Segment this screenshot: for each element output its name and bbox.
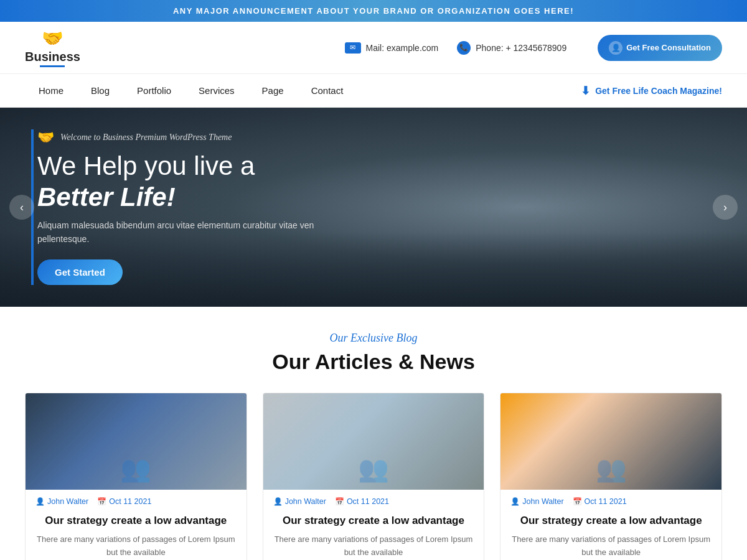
article-heading-2: Our strategy create a low advantage [263, 510, 484, 533]
date-icon-3: 📅 [573, 497, 582, 506]
article-heading-3: Our strategy create a low advantage [500, 510, 721, 533]
blog-title: Our Articles & News [25, 350, 722, 374]
magazine-label: Get Free Life Coach Magazine! [595, 86, 722, 96]
mail-contact: ✉ Mail: example.com [345, 42, 439, 54]
article-date-1: 📅 Oct 11 2021 [97, 497, 151, 506]
announcement-bar: ANY MAJOR ANNOUNCEMENT ABOUT YOUR BRAND … [0, 0, 747, 22]
date-icon-1: 📅 [97, 497, 106, 506]
hero-content: 🤝 Welcome to Business Premium WordPress … [0, 129, 374, 286]
navbar: Home Blog Portfolio Services Page Contac… [0, 74, 747, 108]
logo[interactable]: 🤝 Business [25, 28, 80, 67]
author-icon-3: 👤 [510, 497, 520, 506]
article-card: 👤 John Walter 📅 Oct 11 2021 Our strategy… [25, 393, 247, 560]
article-author-1: 👤 John Walter [35, 497, 88, 506]
author-icon-1: 👤 [35, 497, 45, 506]
hero-heading: We Help you live a Better Life! [37, 151, 336, 213]
author-name-3: John Walter [522, 497, 563, 506]
article-image-1 [26, 393, 247, 490]
hero-subtitle: Welcome to Business Premium WordPress Th… [60, 133, 232, 142]
blog-label: Our Exclusive Blog [25, 332, 722, 345]
hero-cta-button[interactable]: Get Started [37, 259, 123, 285]
hero-prev-button[interactable]: ‹ [9, 195, 34, 220]
consultation-button[interactable]: 👤 Get Free Consultation [598, 35, 722, 61]
hero-heading-text: We Help you live a [37, 151, 255, 180]
phone-icon: 📞 [457, 41, 471, 55]
article-image-3 [500, 393, 721, 490]
phone-label: Phone: + 12345678909 [476, 43, 566, 53]
article-text-2: There are many variations of passages of… [263, 533, 484, 560]
logo-underline [40, 65, 65, 67]
nav-item-portfolio[interactable]: Portfolio [123, 74, 185, 107]
hero-heading-bold: Better Life! [37, 182, 176, 212]
article-image-2 [263, 393, 484, 490]
articles-grid: 👤 John Walter 📅 Oct 11 2021 Our strategy… [25, 393, 722, 560]
hero-description: Aliquam malesuada bibendum arcu vitae el… [37, 218, 336, 246]
consultation-label: Get Free Consultation [626, 43, 711, 52]
date-text-1: Oct 11 2021 [109, 497, 151, 506]
nav-item-page[interactable]: Page [248, 74, 298, 107]
article-author-3: 👤 John Walter [510, 497, 563, 506]
hero-logo-icon: 🤝 [37, 129, 54, 146]
date-text-3: Oct 11 2021 [585, 497, 627, 506]
top-bar: 🤝 Business ✉ Mail: example.com 📞 Phone: … [0, 22, 747, 74]
hero-logo-row: 🤝 Welcome to Business Premium WordPress … [37, 129, 336, 146]
nav-menu: Home Blog Portfolio Services Page Contac… [25, 74, 357, 107]
article-card: 👤 John Walter 📅 Oct 11 2021 Our strategy… [263, 393, 485, 560]
article-text-3: There are many variations of passages of… [500, 533, 721, 560]
author-icon-2: 👤 [273, 497, 283, 506]
hero-section: ‹ 🤝 Welcome to Business Premium WordPres… [0, 108, 747, 307]
date-text-2: Oct 11 2021 [347, 497, 389, 506]
article-heading-1: Our strategy create a low advantage [26, 510, 247, 533]
blog-section: Our Exclusive Blog Our Articles & News 👤… [0, 307, 747, 560]
hero-next-button[interactable]: › [713, 195, 738, 220]
nav-item-home[interactable]: Home [25, 74, 77, 107]
article-meta-3: 👤 John Walter 📅 Oct 11 2021 [500, 490, 721, 510]
mail-icon: ✉ [345, 42, 361, 54]
download-icon: ⬇ [581, 84, 590, 98]
article-meta-1: 👤 John Walter 📅 Oct 11 2021 [26, 490, 247, 510]
article-date-2: 📅 Oct 11 2021 [335, 497, 389, 506]
logo-text: Business [25, 50, 80, 64]
mail-label: Mail: example.com [366, 43, 439, 53]
phone-contact: 📞 Phone: + 12345678909 [457, 41, 566, 55]
article-author-2: 👤 John Walter [273, 497, 326, 506]
author-name-2: John Walter [285, 497, 326, 506]
announcement-text: ANY MAJOR ANNOUNCEMENT ABOUT YOUR BRAND … [173, 6, 574, 16]
article-text-1: There are many variations of passages of… [26, 533, 247, 560]
article-date-3: 📅 Oct 11 2021 [573, 497, 627, 506]
nav-item-services[interactable]: Services [185, 74, 248, 107]
article-meta-2: 👤 John Walter 📅 Oct 11 2021 [263, 490, 484, 510]
article-card: 👤 John Walter 📅 Oct 11 2021 Our strategy… [500, 393, 722, 560]
logo-icon: 🤝 [42, 28, 63, 49]
author-name-1: John Walter [47, 497, 88, 506]
date-icon-2: 📅 [335, 497, 344, 506]
magazine-link[interactable]: ⬇ Get Free Life Coach Magazine! [581, 84, 722, 98]
hero-cta-label: Get Started [55, 267, 105, 278]
nav-item-contact[interactable]: Contact [298, 74, 357, 107]
nav-item-blog[interactable]: Blog [77, 74, 123, 107]
user-icon: 👤 [609, 41, 622, 55]
